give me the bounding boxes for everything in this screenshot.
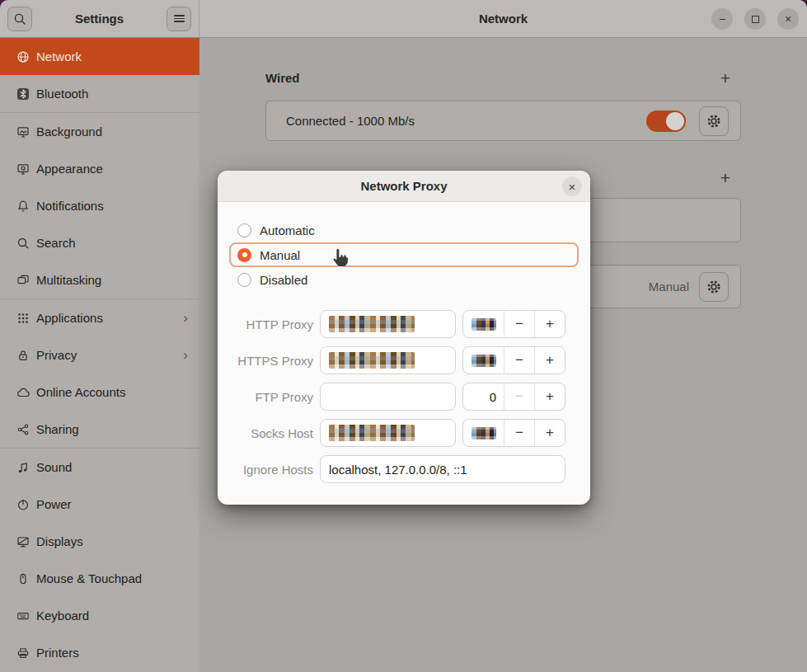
sidebar-item-power[interactable]: Power bbox=[0, 486, 199, 523]
decrement-button[interactable]: − bbox=[504, 420, 534, 446]
socks-host-input[interactable] bbox=[320, 419, 456, 447]
sidebar-item-label: Online Accounts bbox=[36, 385, 125, 399]
socks-port-spinbox[interactable]: − + bbox=[462, 419, 565, 447]
ignore-hosts-input[interactable]: localhost, 127.0.0.0/8, ::1 bbox=[320, 455, 565, 483]
sidebar-item-privacy[interactable]: Privacy› bbox=[0, 336, 199, 374]
sidebar-item-sharing[interactable]: Sharing bbox=[0, 411, 199, 448]
field-label: HTTP Proxy bbox=[229, 317, 313, 331]
gear-icon bbox=[706, 113, 722, 129]
close-window-button[interactable]: × bbox=[777, 8, 799, 30]
decrement-button[interactable]: − bbox=[504, 383, 534, 410]
redacted-host-value bbox=[329, 316, 415, 332]
redacted-host-value bbox=[329, 352, 415, 369]
increment-button[interactable]: + bbox=[534, 347, 565, 374]
sidebar-item-keyboard[interactable]: Keyboard bbox=[0, 597, 199, 634]
sidebar-item-label: Sound bbox=[36, 460, 72, 474]
increment-button[interactable]: + bbox=[534, 311, 565, 337]
sidebar-item-multitasking[interactable]: Multitasking bbox=[0, 261, 199, 298]
redacted-port-value bbox=[472, 427, 496, 439]
ftp-proxy-host-input[interactable] bbox=[320, 383, 456, 411]
sidebar-item-label: Displays bbox=[36, 534, 83, 548]
port-value bbox=[463, 311, 504, 337]
sidebar-item-label: Network bbox=[36, 49, 82, 63]
port-value bbox=[463, 347, 504, 374]
radio-option-automatic[interactable]: Automatic bbox=[229, 218, 579, 242]
radio-option-label: Disabled bbox=[260, 273, 307, 287]
https-proxy-host-input[interactable] bbox=[320, 346, 456, 374]
dialog-header: Network Proxy × bbox=[218, 171, 590, 202]
wired-status: Connected - 1000 Mb/s bbox=[286, 114, 415, 128]
http-proxy-field-row: HTTP Proxy − + bbox=[229, 310, 565, 338]
multitasking-icon bbox=[16, 274, 30, 287]
sidebar-item-online-accounts[interactable]: Online Accounts bbox=[0, 374, 199, 411]
sidebar-item-label: Privacy bbox=[36, 348, 77, 362]
search-button[interactable] bbox=[7, 7, 32, 31]
sound-icon bbox=[16, 461, 30, 474]
sidebar-item-label: Keyboard bbox=[36, 609, 89, 623]
dialog-close-button[interactable]: × bbox=[562, 176, 582, 196]
add-vpn-button[interactable]: + bbox=[716, 169, 734, 186]
redacted-port-value bbox=[472, 355, 496, 367]
proxy-settings-button[interactable] bbox=[699, 272, 729, 302]
close-icon: × bbox=[569, 181, 576, 193]
radio-checked-icon bbox=[237, 248, 251, 262]
decrement-button[interactable]: − bbox=[504, 311, 534, 337]
increment-button[interactable]: + bbox=[534, 420, 565, 446]
field-label: HTTPS Proxy bbox=[229, 354, 313, 368]
sidebar-item-sound[interactable]: Sound bbox=[0, 449, 199, 486]
sidebar-item-printers[interactable]: Printers bbox=[0, 634, 199, 671]
network-proxy-dialog: Network Proxy × AutomaticManualDisabled … bbox=[218, 171, 590, 505]
wired-connection-row: Connected - 1000 Mb/s bbox=[265, 101, 741, 141]
sidebar-item-network[interactable]: Network bbox=[0, 38, 199, 75]
minimize-button[interactable]: − bbox=[711, 8, 733, 30]
power-icon bbox=[16, 498, 30, 511]
proxy-method-options: AutomaticManualDisabled bbox=[229, 218, 579, 292]
hamburger-icon bbox=[174, 15, 185, 22]
wired-settings-button[interactable] bbox=[699, 106, 729, 136]
ftp-proxy-port-spinbox[interactable]: 0 − + bbox=[462, 383, 565, 411]
increment-button[interactable]: + bbox=[534, 383, 565, 410]
toggle-knob bbox=[666, 112, 684, 130]
http-proxy-host-input[interactable] bbox=[320, 310, 456, 338]
background-icon bbox=[16, 125, 30, 139]
maximize-button[interactable] bbox=[744, 8, 766, 30]
sidebar-item-appearance[interactable]: Appearance bbox=[0, 150, 199, 187]
sidebar-item-label: Appearance bbox=[36, 162, 103, 176]
apps-icon bbox=[16, 312, 30, 325]
bell-icon bbox=[16, 200, 30, 213]
titlebar-sidebar-section: Settings bbox=[0, 0, 199, 37]
sidebar-item-background[interactable]: Background bbox=[0, 113, 199, 150]
sidebar-item-displays[interactable]: Displays bbox=[0, 523, 199, 560]
http-proxy-port-spinbox[interactable]: − + bbox=[462, 310, 565, 338]
sidebar-item-applications[interactable]: Applications› bbox=[0, 299, 199, 336]
sidebar-item-label: Applications bbox=[36, 311, 103, 325]
add-wired-connection-button[interactable]: + bbox=[716, 69, 734, 87]
field-label: Socks Host bbox=[229, 426, 313, 440]
settings-window: Settings Network − × NetworkBluetoothBac… bbox=[0, 0, 807, 672]
sidebar-item-notifications[interactable]: Notifications bbox=[0, 187, 199, 224]
sidebar-item-bluetooth[interactable]: Bluetooth bbox=[0, 75, 199, 112]
field-label: FTP Proxy bbox=[229, 390, 313, 404]
gear-icon bbox=[706, 279, 722, 295]
sidebar-item-label: Multitasking bbox=[36, 273, 101, 287]
radio-unchecked-icon bbox=[237, 273, 251, 287]
radio-option-label: Manual bbox=[260, 248, 300, 262]
sidebar-item-search[interactable]: Search bbox=[0, 224, 199, 261]
globe-icon bbox=[16, 50, 30, 63]
ignore-hosts-value: localhost, 127.0.0.0/8, ::1 bbox=[329, 463, 467, 477]
ftp-proxy-field-row: FTP Proxy 0 − + bbox=[229, 383, 565, 411]
titlebar-main-section: Network − × bbox=[199, 0, 807, 37]
decrement-button[interactable]: − bbox=[504, 347, 534, 374]
port-value: 0 bbox=[463, 383, 504, 410]
menu-button[interactable] bbox=[167, 7, 191, 31]
keyboard-icon bbox=[16, 609, 30, 623]
wired-toggle[interactable] bbox=[646, 110, 686, 132]
sidebar-item-mouse-touchpad[interactable]: Mouse & Touchpad bbox=[0, 560, 199, 597]
ignore-hosts-field-row: Ignore Hosts localhost, 127.0.0.0/8, ::1 bbox=[229, 455, 565, 483]
share-icon bbox=[16, 423, 30, 436]
radio-option-manual[interactable]: Manual bbox=[229, 242, 579, 267]
https-proxy-port-spinbox[interactable]: − + bbox=[462, 346, 565, 374]
search-icon bbox=[13, 12, 26, 26]
radio-option-disabled[interactable]: Disabled bbox=[229, 267, 579, 292]
sidebar: NetworkBluetoothBackgroundAppearanceNoti… bbox=[0, 38, 199, 672]
